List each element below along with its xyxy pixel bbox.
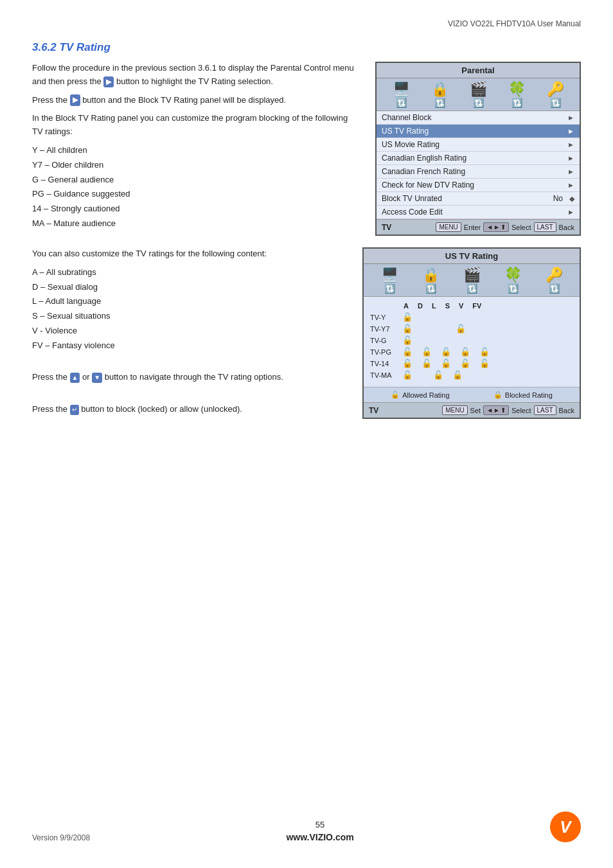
parental-icons-row: 🖥️ 🔃 🔒 🔃 🎬 🔃 🍀 🔃 (377, 78, 580, 111)
lock-icon-2: 🔒 (422, 268, 440, 282)
right-arrow-icon: ► (493, 224, 500, 231)
lock-cell: · (433, 335, 436, 345)
lock-cell: · (444, 312, 447, 322)
key-sub-icon: 🔃 (550, 98, 561, 108)
para5: Press the ▲ or ▼ button to navigate thro… (32, 371, 347, 384)
updown-arrow-icon: ⬆ (501, 224, 506, 231)
content-ratings-list: A – All subratings D – Sexual dialog L –… (32, 266, 347, 353)
block-unrated-value: No (553, 194, 563, 203)
lock-cell: 🔓 (433, 370, 443, 380)
menu-arrow: ► (567, 168, 574, 175)
list-item: Y – All children (32, 144, 360, 157)
list-item: 14 – Strongly cautioned (32, 202, 360, 216)
lock-cell: · (422, 312, 424, 322)
lock-cell: · (499, 347, 501, 357)
row-label-tvy7: TV-Y7 (370, 325, 402, 333)
row-cells-tvma: 🔓 · 🔓 🔓 · · (402, 370, 485, 380)
footer-tv-label: TV (382, 223, 391, 232)
key-icon: 🔑 (547, 82, 564, 96)
menu-label: Check for New DTV Rating (382, 181, 474, 190)
icon-film: 🎬 🔃 (470, 82, 487, 108)
menu-arrow: ► (567, 208, 574, 216)
up-button: ▲ (70, 373, 80, 383)
button-select: ▶ (70, 94, 80, 106)
para2: Press the ▶ button and the Block TV Rati… (32, 94, 360, 107)
menu-item-us-tv-rating[interactable]: US TV Rating ► (377, 125, 580, 138)
lock-cell: · (433, 324, 436, 333)
blocked-icon: 🔒 (493, 391, 502, 399)
para1: Follow the procedure in the previous sec… (32, 62, 360, 89)
rating-row-tvy: TV-Y 🔓 · · · · · (370, 312, 573, 322)
list-item: S – Sexual situations (32, 310, 347, 323)
row-label-tvpg: TV-PG (370, 348, 402, 356)
icon-monitor-2: 🖥️ 🔃 (381, 268, 398, 294)
lock-cell: · (499, 359, 501, 368)
lock-cell: 🔓 (479, 347, 490, 357)
lock-cell: 🔓 (402, 335, 413, 345)
lock-cell: · (456, 335, 458, 345)
col-d: D (418, 302, 423, 310)
menu-arrow: ► (567, 181, 574, 189)
lock-sub-icon: 🔃 (434, 98, 445, 108)
enter-button: ↵ (70, 405, 79, 415)
lock-cell: 🔓 (422, 359, 432, 368)
menu-item-check-dtv[interactable]: Check for New DTV Rating ► (377, 179, 580, 192)
menu-item-channel-block[interactable]: Channel Block ► (377, 111, 580, 125)
lock-cell: · (467, 335, 470, 345)
us-tv-panel-title: US TV Rating (364, 249, 580, 264)
ratings-list: Y – All children Y7 – Older children G –… (32, 144, 360, 231)
parental-tv-panel: Parental 🖥️ 🔃 🔒 🔃 🎬 🔃 (375, 62, 581, 236)
list-item: D – Sexual dialog (32, 281, 347, 294)
last-key: LAST (534, 222, 556, 232)
down-button: ▼ (92, 373, 102, 383)
lock-cell: · (472, 370, 474, 380)
row-label-tv14: TV-14 (370, 360, 402, 368)
content-row-2: You can also customize the TV ratings fo… (32, 247, 581, 421)
rating-row-tvma: TV-MA 🔓 · 🔓 🔓 · · (370, 370, 573, 380)
select-label-2: Select (511, 407, 531, 414)
icon-lock: 🔒 🔃 (431, 82, 449, 108)
us-tv-icons-row: 🖥️ 🔃 🔒 🔃 🎬 🔃 🍀 🔃 (364, 264, 580, 297)
menu-label: Channel Block (382, 113, 431, 122)
film-sub-icon-2: 🔃 (466, 283, 477, 294)
left-arrow-icon-2: ◄ (486, 407, 493, 414)
menu-arrow: ► (567, 141, 574, 148)
monitor-sub-icon: 🔃 (396, 98, 407, 108)
menu-key: MENU (436, 222, 461, 232)
menu-item-canadian-english[interactable]: Canadian English Rating ► (377, 152, 580, 165)
footer-controls-2: MENU Set ◄ ► ⬆ Select LAST Back (442, 405, 574, 415)
lock-cell: · (483, 370, 485, 380)
key-icon-2: 🔑 (546, 268, 563, 282)
para4: You can also customize the TV ratings fo… (32, 247, 347, 261)
menu-label: Block TV Unrated (382, 194, 442, 203)
lock-cell: 🔓 (441, 359, 451, 368)
icon-leaf: 🍀 🔃 (508, 82, 526, 108)
list-item: V - Violence (32, 324, 347, 338)
icon-leaf-2: 🍀 🔃 (504, 268, 522, 294)
menu-item-canadian-french[interactable]: Canadian French Rating ► (377, 165, 580, 179)
menu-label: US Movie Rating (382, 140, 440, 149)
key-sub-icon-2: 🔃 (549, 283, 560, 294)
lock-cell: 🔓 (479, 359, 490, 368)
parental-panel-footer: TV MENU Enter ◄ ► ⬆ Select LAST Back (377, 219, 580, 235)
icon-monitor: 🖥️ 🔃 (393, 82, 410, 108)
back-label-2: Back (559, 407, 574, 414)
left-arrow-icon: ◄ (486, 224, 493, 231)
text-column-1: Follow the procedure in the previous sec… (32, 62, 360, 236)
lock-cell: · (422, 370, 424, 380)
leaf-icon: 🍀 (508, 82, 526, 96)
menu-item-access-code[interactable]: Access Code Edit ► (377, 206, 580, 219)
menu-item-block-unrated[interactable]: Block TV Unrated No ◆ (377, 192, 580, 206)
menu-label: US TV Rating (382, 127, 429, 136)
list-item: PG – Guidance suggested (32, 188, 360, 201)
lock-cell: 🔓 (402, 359, 413, 368)
lock-cell: 🔓 (402, 347, 413, 357)
col-v: V (459, 302, 463, 310)
rating-grid: A D L S V FV TV-Y 🔓 · · · (364, 297, 580, 387)
monitor-sub-icon-2: 🔃 (384, 283, 395, 294)
lock-cell: · (467, 312, 470, 322)
lock-cell: 🔓 (452, 370, 463, 380)
rating-header: A D L S V FV (404, 302, 573, 310)
lock-cell: · (444, 335, 447, 345)
menu-item-us-movie-rating[interactable]: US Movie Rating ► (377, 138, 580, 152)
